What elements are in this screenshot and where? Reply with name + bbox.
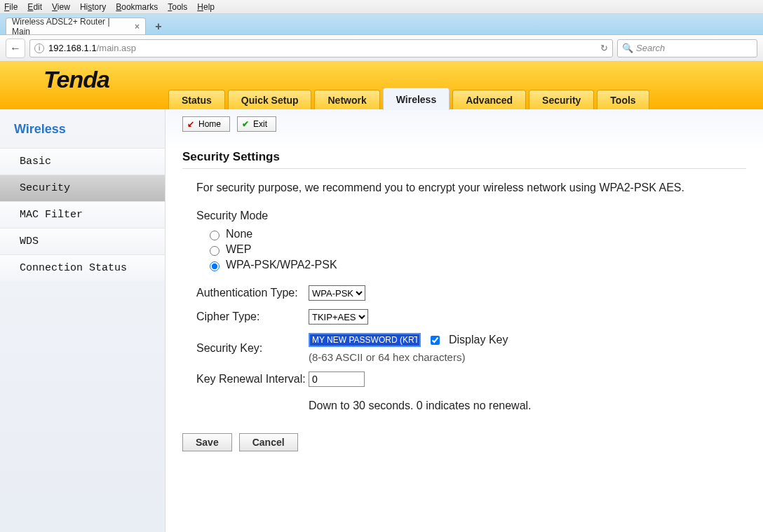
home-icon: ↙ — [187, 119, 194, 129]
url-bar[interactable]: i 192.168.1.1/main.asp ↻ — [29, 39, 613, 57]
browser-tab-active[interactable]: Wireless ADSL2+ Router | Main × — [6, 18, 146, 34]
renewal-label: Key Renewal Interval: — [196, 373, 309, 386]
radio-wpa-label: WPA-PSK/WPA2-PSK — [226, 259, 337, 271]
menu-bookmarks[interactable]: Bookmarks — [116, 2, 158, 12]
menu-tools[interactable]: Tools — [168, 2, 187, 12]
auth-type-select[interactable]: WPA-PSK — [309, 285, 365, 301]
renewal-hint: Down to 30 seconds. 0 indicates no renew… — [309, 395, 547, 416]
renewal-input[interactable] — [309, 371, 365, 387]
sidebar-item-connstatus[interactable]: Connection Status — [0, 254, 165, 281]
toolbar: ↙ Home ✔ Exit — [182, 116, 746, 132]
browser-search-input[interactable]: 🔍 Search — [617, 39, 757, 57]
exit-label: Exit — [253, 119, 267, 129]
sidebar-item-basic[interactable]: Basic — [0, 148, 165, 175]
sidebar-item-security[interactable]: Security — [0, 175, 165, 201]
exit-button[interactable]: ✔ Exit — [237, 116, 276, 132]
auth-type-label: Authentication Type: — [196, 287, 309, 299]
security-mode-label: Security Mode — [196, 210, 746, 222]
display-key-label: Display Key — [449, 334, 508, 346]
nav-tabs: Status Quick Setup Network Wireless Adva… — [168, 88, 649, 109]
sidebar-item-macfilter[interactable]: MAC Filter — [0, 201, 165, 228]
back-button[interactable]: ← — [6, 39, 25, 58]
cipher-type-label: Cipher Type: — [196, 311, 309, 323]
sidebar: Wireless Basic Security MAC Filter WDS C… — [0, 109, 166, 532]
radio-none[interactable] — [210, 231, 220, 240]
menu-help[interactable]: Help — [197, 2, 215, 12]
radio-wep-label: WEP — [226, 243, 251, 256]
sidebar-item-wds[interactable]: WDS — [0, 228, 165, 254]
cancel-button[interactable]: Cancel — [239, 433, 298, 451]
radio-wep[interactable] — [210, 246, 220, 256]
main-panel: ↙ Home ✔ Exit Security Settings For secu… — [166, 109, 763, 532]
browser-nav-bar: ← i 192.168.1.1/main.asp ↻ 🔍 Search — [0, 35, 763, 62]
close-icon[interactable]: × — [135, 22, 140, 32]
menu-file[interactable]: File — [4, 2, 18, 12]
nav-tab-security[interactable]: Security — [529, 90, 594, 109]
security-form: Security Mode None WEP WPA-PSK/WPA2-PSK … — [196, 210, 746, 416]
intro-text: For security purpose, we recommend you t… — [196, 182, 746, 194]
browser-menubar: File Edit View History Bookmarks Tools H… — [0, 0, 763, 14]
brand-logo: Tenda — [43, 66, 109, 93]
nav-tab-advanced[interactable]: Advanced — [452, 90, 526, 109]
page-header: Tenda Status Quick Setup Network Wireles… — [0, 62, 763, 109]
menu-history[interactable]: History — [80, 2, 106, 12]
url-host: 192.168.1.1 — [48, 43, 97, 53]
menu-view[interactable]: View — [52, 2, 70, 12]
home-button[interactable]: ↙ Home — [182, 116, 230, 132]
radio-wpa[interactable] — [210, 261, 220, 271]
new-tab-button[interactable]: + — [150, 19, 167, 34]
content-area: Wireless Basic Security MAC Filter WDS C… — [0, 109, 763, 532]
save-button[interactable]: Save — [182, 433, 232, 451]
action-row: Save Cancel — [182, 433, 746, 451]
key-hint: (8-63 ASCII or 64 hex characters) — [309, 351, 746, 363]
nav-tab-network[interactable]: Network — [314, 90, 379, 109]
browser-tab-strip: Wireless ADSL2+ Router | Main × + — [0, 14, 763, 35]
sidebar-title: Wireless — [0, 115, 165, 148]
divider — [182, 168, 746, 169]
search-icon: 🔍 — [622, 43, 633, 53]
browser-tab-title: Wireless ADSL2+ Router | Main — [12, 17, 129, 36]
nav-tab-wireless[interactable]: Wireless — [383, 88, 450, 110]
security-key-label: Security Key: — [196, 342, 309, 355]
cipher-type-select[interactable]: TKIP+AES — [309, 309, 368, 325]
nav-tab-tools[interactable]: Tools — [597, 90, 649, 109]
panel-title: Security Settings — [182, 150, 746, 164]
nav-tab-status[interactable]: Status — [168, 90, 225, 109]
nav-tab-quicksetup[interactable]: Quick Setup — [228, 90, 312, 109]
reload-icon[interactable]: ↻ — [600, 43, 608, 53]
url-path: /main.asp — [97, 43, 136, 53]
display-key-checkbox[interactable] — [431, 336, 440, 345]
search-placeholder: Search — [636, 43, 665, 53]
info-icon[interactable]: i — [34, 43, 44, 53]
menu-edit[interactable]: Edit — [27, 2, 42, 12]
home-label: Home — [198, 119, 221, 129]
security-key-input[interactable] — [309, 333, 421, 347]
radio-none-label: None — [226, 228, 252, 240]
exit-icon: ✔ — [242, 119, 249, 129]
